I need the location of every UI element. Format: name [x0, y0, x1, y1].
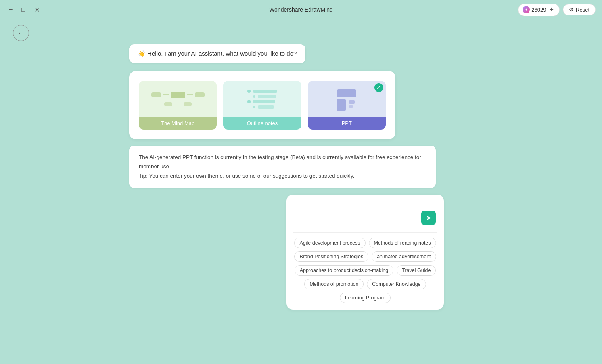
- mode-outline-option[interactable]: Outline notes: [223, 81, 301, 130]
- ppt-selected-check: ✓: [374, 83, 383, 92]
- mindmap-label: The Mind Map: [139, 117, 217, 130]
- mode-ppt-option[interactable]: ✓ PPT: [308, 81, 386, 130]
- mindmap-icon: [151, 92, 205, 106]
- outline-thumbnail: [223, 81, 301, 117]
- tags-container: Agile development processMethods of read…: [293, 238, 437, 303]
- window-controls-area: − □ ✕: [6, 5, 39, 15]
- credits-amount: 26029: [531, 7, 546, 13]
- ppt-label: PPT: [308, 117, 386, 130]
- tag-chip[interactable]: animated advertisement: [372, 251, 436, 262]
- mindmap-thumbnail: [139, 81, 217, 117]
- greeting-bubble: 👋 Hello, I am your AI assistant, what wo…: [129, 44, 305, 63]
- send-icon: ➤: [426, 214, 431, 222]
- tag-chip[interactable]: Learning Program: [340, 293, 391, 303]
- back-icon: ←: [17, 29, 25, 38]
- tag-chip[interactable]: Approaches to product decision-making: [295, 265, 394, 276]
- input-box: ➤: [293, 201, 437, 227]
- tag-chip[interactable]: Methods of promotion: [304, 279, 364, 289]
- title-bar: − □ ✕ Wondershare EdrawMind ✦ 26029 + ↺ …: [0, 0, 602, 19]
- close-button[interactable]: ✕: [32, 5, 42, 15]
- ppt-icon: [334, 86, 360, 112]
- back-button[interactable]: ←: [13, 25, 29, 41]
- theme-input[interactable]: [293, 201, 437, 225]
- info-line1: The AI-generated PPT function is current…: [139, 153, 426, 172]
- mode-selection-card: The Mind Map: [129, 71, 395, 139]
- tag-chip[interactable]: Methods of reading notes: [369, 238, 436, 248]
- info-line2: Tip: You can enter your own theme, or us…: [139, 172, 426, 181]
- credits-icon: ✦: [523, 6, 530, 13]
- ppt-thumbnail: [308, 81, 386, 117]
- send-button[interactable]: ➤: [421, 211, 436, 225]
- app-title: Wondershare EdrawMind: [269, 6, 333, 13]
- credits-badge[interactable]: ✦ 26029 +: [518, 4, 560, 16]
- minimize-button[interactable]: −: [6, 5, 15, 15]
- tag-chip[interactable]: Travel Guide: [397, 265, 436, 276]
- mode-mindmap-option[interactable]: The Mind Map: [139, 81, 217, 130]
- title-bar-left: − □ ✕: [6, 5, 42, 15]
- maximize-button[interactable]: □: [19, 5, 28, 15]
- tag-chip[interactable]: Agile development process: [294, 238, 365, 248]
- info-text-card: The AI-generated PPT function is current…: [129, 146, 436, 188]
- credits-add-button[interactable]: +: [548, 6, 556, 14]
- reset-label: Reset: [576, 7, 589, 13]
- input-area-card: ➤ Agile development processMethods of re…: [286, 195, 444, 310]
- tag-chip[interactable]: Computer Knowledge: [367, 279, 426, 289]
- input-divider: [293, 232, 437, 233]
- mode-options: The Mind Map: [139, 81, 386, 130]
- outline-label: Outline notes: [223, 117, 301, 130]
- greeting-text: 👋 Hello, I am your AI assistant, what wo…: [138, 50, 297, 57]
- reset-icon: ↺: [569, 6, 574, 13]
- title-bar-right: ✦ 26029 + ↺ Reset: [518, 4, 596, 16]
- reset-button[interactable]: ↺ Reset: [563, 4, 596, 15]
- outline-icon: [243, 90, 281, 109]
- tag-chip[interactable]: Brand Positioning Strategies: [294, 251, 368, 262]
